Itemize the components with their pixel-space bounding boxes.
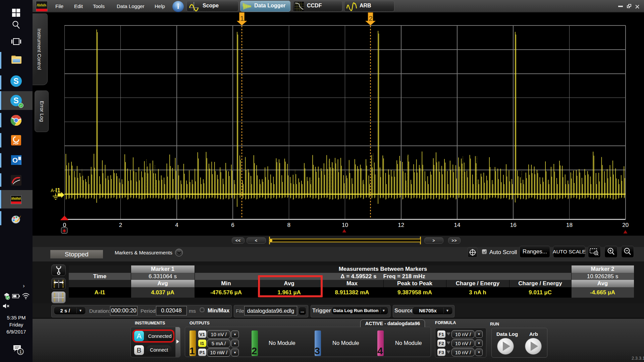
svg-text:2: 2 [119,222,122,228]
svg-text:8: 8 [287,222,290,228]
svg-text:PDF: PDF [13,142,19,145]
svg-text:20: 20 [622,222,629,228]
svg-text:12: 12 [398,222,404,228]
svg-text:I1: I1 [55,187,60,194]
svg-text:10: 10 [342,222,348,228]
svg-text:4: 4 [175,222,178,228]
svg-text:6: 6 [231,222,234,228]
svg-text:2: 2 [369,14,373,22]
svg-text:14: 14 [454,222,461,228]
svg-text:18: 18 [566,222,573,228]
svg-text:A-: A- [51,188,55,193]
svg-text:1: 1 [240,14,244,22]
svg-text:16: 16 [510,222,517,228]
svg-text:1: 1 [19,350,22,354]
